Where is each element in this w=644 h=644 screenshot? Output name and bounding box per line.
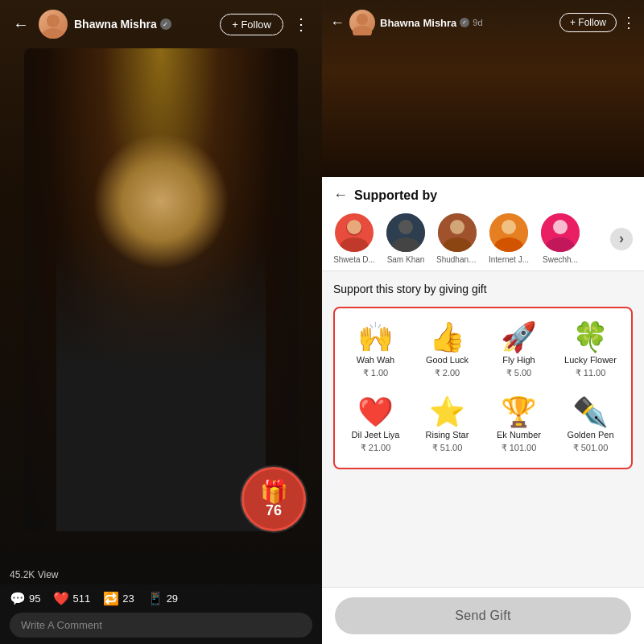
whatsapp-icon: 📱 (147, 591, 163, 606)
person-silhouette (56, 129, 266, 531)
share-stat[interactable]: 🔁 23 (103, 591, 134, 606)
supporter-name-3: Shudhans... (436, 255, 478, 264)
post-time: 9d (473, 18, 482, 27)
comment-stats: 💬 95 ❤️ 511 🔁 23 📱 29 (10, 591, 312, 606)
gift-grid: 🙌 Wah Wah ₹ 1.00 👍 Good Luck ₹ 2.00 🚀 Fl… (343, 316, 623, 460)
gift-name-3: Lucky Flower (564, 355, 617, 365)
svg-point-8 (398, 220, 413, 234)
gift-item-4[interactable]: ❤️ Dil Jeet Liya ₹ 21.00 (343, 391, 408, 460)
gift-item-3[interactable]: 🍀 Lucky Flower ₹ 11.00 (558, 316, 623, 385)
right-avatar (349, 10, 375, 35)
supporter-4[interactable]: Internet J... (488, 213, 530, 264)
gift-name-7: Golden Pen (567, 430, 613, 440)
comment-bar: 💬 95 ❤️ 511 🔁 23 📱 29 Write A Comment (0, 584, 322, 644)
gift-name-5: Rising Star (426, 430, 469, 440)
comment-icon: 💬 (10, 591, 26, 606)
gift-price-4: ₹ 21.00 (361, 443, 391, 453)
gift-item-1[interactable]: 👍 Good Luck ₹ 2.00 (415, 316, 480, 385)
supporters-row: Shweta D... Sam Khan Shudhans... Interne… (333, 213, 633, 264)
gift-circle[interactable]: 🎁 76 (242, 467, 306, 531)
gift-emoji-icon: 🎁 (260, 481, 288, 503)
left-panel: ← Bhawna Mishra ✓ + Follow ⋮ 🎁 76 45.2K … (0, 0, 322, 644)
supporter-avatar-5 (541, 213, 580, 252)
comment-stat[interactable]: 💬 95 (10, 591, 40, 606)
supporter-2[interactable]: Sam Khan (385, 213, 427, 264)
share-count: 23 (122, 592, 134, 605)
supporter-1[interactable]: Shweta D... (333, 213, 375, 264)
left-header: ← Bhawna Mishra ✓ + Follow ⋮ (0, 0, 322, 45)
supporter-avatar-4 (489, 213, 528, 252)
more-options-button[interactable]: ⋮ (290, 11, 312, 37)
video-person (24, 48, 298, 531)
gift-emoji-7: ✒️ (572, 398, 609, 427)
supporter-3[interactable]: Shudhans... (436, 213, 478, 264)
gift-item-2[interactable]: 🚀 Fly High ₹ 5.00 (486, 316, 551, 385)
gift-section-title: Support this story by giving gift (333, 283, 633, 295)
comment-input[interactable]: Write A Comment (10, 613, 312, 638)
supported-header: ← Supported by (333, 187, 633, 204)
like-stat[interactable]: ❤️ 511 (53, 591, 90, 606)
svg-point-6 (347, 220, 361, 234)
svg-point-3 (353, 26, 372, 35)
right-panel: ← Bhawna Mishra ✓ 9d + Follow ⋮ ← Suppor… (322, 0, 644, 644)
gift-item-6[interactable]: 🏆 Ek Number ₹ 101.00 (486, 391, 551, 460)
gift-price-3: ₹ 11.00 (576, 368, 606, 378)
right-follow-button[interactable]: + Follow (559, 13, 617, 32)
svg-point-11 (450, 220, 464, 234)
gift-name-0: Wah Wah (357, 355, 394, 365)
supported-by-title: Supported by (354, 188, 437, 203)
right-more-options-button[interactable]: ⋮ (621, 14, 636, 31)
gift-item-0[interactable]: 🙌 Wah Wah ₹ 1.00 (343, 316, 408, 385)
supported-back-button[interactable]: ← (333, 187, 348, 204)
gift-section: Support this story by giving gift 🙌 Wah … (322, 271, 644, 587)
whatsapp-count: 29 (167, 592, 178, 605)
supporters-more-button[interactable]: › (610, 228, 633, 250)
right-back-button[interactable]: ← (330, 14, 345, 31)
gift-price-6: ₹ 101.00 (502, 443, 537, 453)
svg-point-17 (553, 220, 568, 234)
right-header: ← Bhawna Mishra ✓ 9d + Follow ⋮ (322, 0, 644, 42)
gift-name-2: Fly High (502, 355, 535, 365)
gift-name-4: Dil Jeet Liya (352, 430, 400, 440)
gift-emoji-5: ⭐ (429, 398, 465, 427)
gift-count: 76 (266, 503, 282, 518)
gift-price-5: ₹ 51.00 (432, 443, 463, 453)
username: Bhawna Mishra (74, 18, 157, 31)
whatsapp-stat[interactable]: 📱 29 (147, 591, 178, 606)
verified-badge: ✓ (160, 19, 171, 30)
repost-icon: 🔁 (103, 591, 119, 606)
comment-placeholder-text: Write A Comment (21, 619, 102, 631)
gift-emoji-3: 🍀 (572, 323, 609, 352)
send-gift-bar: Send Gift (322, 587, 644, 644)
gift-emoji-4: ❤️ (357, 398, 394, 427)
right-video-section: ← Bhawna Mishra ✓ 9d + Follow ⋮ (322, 0, 644, 177)
heart-icon: ❤️ (53, 591, 69, 606)
gift-price-0: ₹ 1.00 (363, 368, 388, 378)
supported-by-section: ← Supported by Shweta D... Sam Khan Sh (322, 177, 644, 271)
supporter-name-1: Shweta D... (333, 255, 375, 264)
gift-name-1: Good Luck (426, 355, 469, 365)
gift-emoji-2: 🚀 (501, 323, 537, 352)
supporter-avatar-1 (335, 213, 374, 252)
comment-count: 95 (29, 592, 40, 605)
gift-item-5[interactable]: ⭐ Rising Star ₹ 51.00 (415, 391, 480, 460)
gift-grid-container: 🙌 Wah Wah ₹ 1.00 👍 Good Luck ₹ 2.00 🚀 Fl… (333, 307, 633, 469)
gift-price-7: ₹ 501.00 (573, 443, 609, 453)
right-username: Bhawna Mishra (380, 17, 456, 29)
supporter-name-5: Swechh... (543, 255, 578, 264)
supporter-name-4: Internet J... (489, 255, 529, 264)
gift-price-2: ₹ 5.00 (506, 368, 531, 378)
supporter-avatar-2 (386, 213, 425, 252)
follow-button[interactable]: + Follow (220, 14, 283, 35)
gift-price-1: ₹ 2.00 (435, 368, 460, 378)
gift-emoji-1: 👍 (429, 323, 465, 352)
send-gift-button[interactable]: Send Gift (335, 597, 631, 634)
gift-emoji-0: 🙌 (357, 323, 394, 352)
svg-point-1 (42, 28, 64, 39)
gift-item-7[interactable]: ✒️ Golden Pen ₹ 501.00 (558, 391, 623, 460)
supporter-5[interactable]: Swechh... (539, 213, 581, 264)
back-button[interactable]: ← (10, 12, 32, 37)
svg-point-5 (340, 237, 369, 252)
svg-point-14 (502, 220, 516, 234)
avatar (39, 10, 68, 39)
